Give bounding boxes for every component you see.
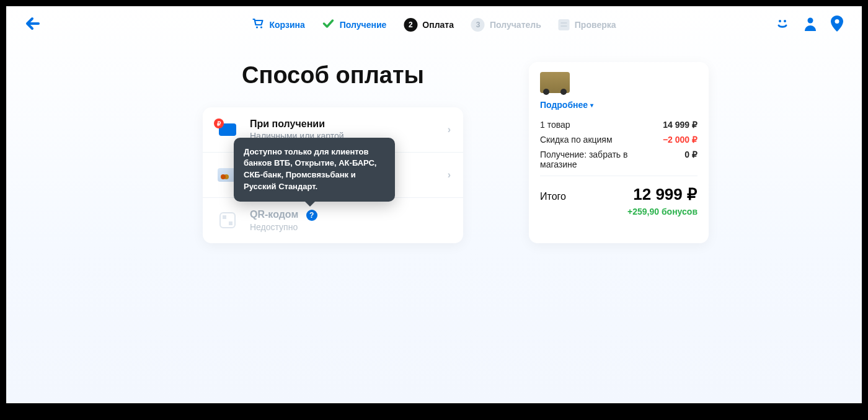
app-frame: Корзина Получение 2 Оплата 3 Получатель … — [6, 6, 862, 403]
line-discount: Скидка по акциям −2 000 ₽ — [540, 135, 698, 145]
total-value: 12 999 ₽ — [633, 185, 698, 204]
checkout-steps: Корзина Получение 2 Оплата 3 Получатель … — [252, 18, 616, 32]
page-title: Способ оплаты — [242, 62, 424, 89]
step-delivery[interactable]: Получение — [322, 19, 387, 32]
line-value: 0 ₽ — [684, 150, 698, 169]
svg-point-3 — [784, 20, 786, 22]
step-label: Оплата — [422, 20, 454, 30]
receipt-icon — [559, 19, 570, 30]
wallet-icon — [219, 123, 236, 136]
svg-point-4 — [808, 18, 813, 24]
content: Способ оплаты При получении Наличными ил… — [6, 43, 862, 243]
check-icon — [322, 19, 335, 32]
divider — [540, 176, 698, 176]
line-total: Итого 12 999 ₽ — [540, 185, 698, 204]
option-title: При получении — [250, 118, 438, 130]
order-summary: Подробнее ▾ 1 товар 14 999 ₽ Скидка по а… — [529, 62, 709, 243]
step-label: Получение — [340, 20, 387, 30]
step-number-badge: 2 — [404, 18, 417, 32]
payment-options: При получении Наличными или картой › Кар… — [203, 107, 463, 243]
step-cart[interactable]: Корзина — [252, 18, 304, 32]
qr-tooltip: Доступно только для клиентов банков ВТБ,… — [234, 138, 395, 202]
total-label: Итого — [540, 191, 566, 202]
back-button[interactable] — [25, 17, 41, 33]
option-subtitle: Недоступно — [250, 222, 451, 232]
details-toggle[interactable]: Подробнее ▾ — [540, 100, 593, 110]
svg-point-0 — [256, 26, 258, 28]
location-icon[interactable] — [831, 16, 843, 34]
header: Корзина Получение 2 Оплата 3 Получатель … — [6, 6, 862, 43]
header-actions — [775, 16, 843, 34]
step-label: Проверка — [575, 20, 616, 30]
main-column: Способ оплаты При получении Наличными ил… — [159, 62, 507, 243]
step-label: Получатель — [490, 20, 541, 30]
cart-icon — [252, 18, 264, 32]
svg-point-5 — [835, 19, 839, 24]
bonus-points: +259,90 бонусов — [540, 207, 698, 217]
chevron-down-icon: ▾ — [590, 102, 593, 109]
user-icon[interactable] — [804, 16, 817, 34]
product-thumbnail — [540, 72, 570, 93]
chevron-right-icon: › — [448, 169, 451, 181]
option-title: QR-кодом ? — [250, 209, 451, 221]
step-payment: 2 Оплата — [404, 18, 454, 32]
step-label: Корзина — [269, 20, 304, 30]
svg-point-1 — [260, 26, 262, 28]
line-label: 1 товар — [540, 120, 570, 130]
qr-icon — [219, 212, 236, 228]
svg-point-2 — [779, 20, 781, 22]
step-recipient: 3 Получатель — [471, 18, 541, 32]
line-value: 14 999 ₽ — [663, 120, 698, 130]
option-qr: Доступно только для клиентов банков ВТБ,… — [203, 197, 463, 243]
step-review: Проверка — [559, 19, 616, 30]
arrow-left-icon — [25, 17, 41, 30]
line-items: 1 товар 14 999 ₽ — [540, 120, 698, 130]
line-value: −2 000 ₽ — [663, 135, 698, 145]
line-label: Скидка по акциям — [540, 135, 613, 145]
line-delivery: Получение: забрать в магазине 0 ₽ — [540, 150, 698, 169]
chevron-right-icon: › — [448, 124, 451, 135]
line-label: Получение: забрать в магазине — [540, 150, 652, 169]
smile-icon[interactable] — [775, 16, 790, 34]
step-number-badge: 3 — [471, 18, 485, 32]
